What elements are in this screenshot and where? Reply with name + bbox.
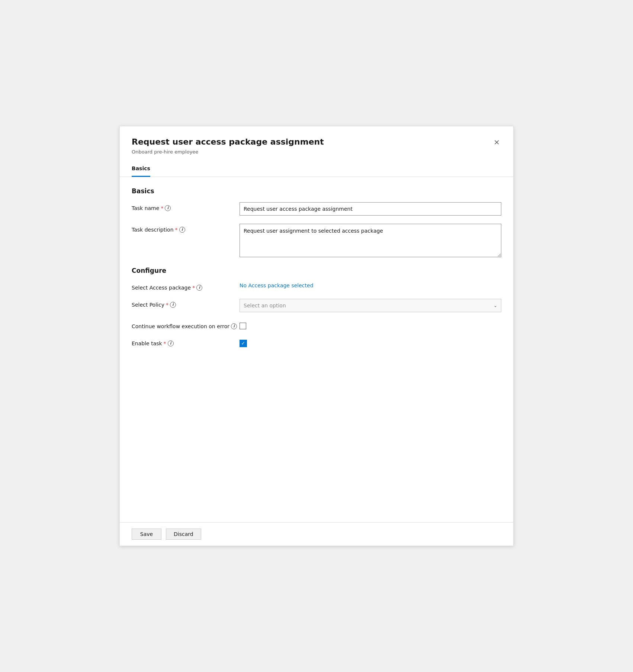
configure-section: Configure Select Access package * i No A…	[132, 267, 501, 347]
dialog-body: Basics Task name * i Task description * …	[120, 177, 513, 522]
select-access-package-row: Select Access package * i No Access pack…	[132, 282, 501, 291]
select-access-package-info-icon[interactable]: i	[196, 285, 202, 291]
continue-on-error-label-text: Continue workflow execution on error	[132, 323, 229, 329]
close-button[interactable]: ×	[492, 137, 501, 147]
no-access-package-link[interactable]: No Access package selected	[240, 282, 314, 288]
continue-on-error-info-icon[interactable]: i	[231, 323, 237, 329]
continue-on-error-checkbox-container	[240, 320, 501, 329]
enable-task-checkbox[interactable]	[240, 340, 247, 347]
chevron-down-icon: ⌄	[494, 303, 497, 308]
select-policy-required: *	[166, 302, 168, 308]
task-description-input[interactable]	[240, 224, 501, 257]
task-description-label: Task description * i	[132, 224, 240, 233]
task-description-control	[240, 224, 501, 259]
configure-section-title: Configure	[132, 267, 501, 274]
task-name-required: *	[161, 205, 163, 211]
save-button[interactable]: Save	[132, 529, 161, 540]
select-policy-dropdown[interactable]: Select an option ⌄	[240, 299, 501, 312]
dialog-subtitle: Onboard pre-hire employee	[132, 149, 324, 155]
task-description-row: Task description * i	[132, 224, 501, 259]
select-policy-label-text: Select Policy	[132, 302, 164, 308]
continue-on-error-row: Continue workflow execution on error i	[132, 320, 501, 329]
dialog-title-group: Request user access package assignment O…	[132, 137, 324, 155]
dialog-header: Request user access package assignment O…	[120, 126, 513, 161]
enable-task-label-text: Enable task	[132, 340, 162, 346]
enable-task-required: *	[164, 340, 166, 346]
task-description-info-icon[interactable]: i	[179, 227, 185, 233]
enable-task-control	[240, 337, 501, 347]
select-access-package-required: *	[192, 285, 195, 291]
continue-on-error-checkbox[interactable]	[240, 323, 246, 329]
select-policy-control: Select an option ⌄	[240, 299, 501, 312]
enable-task-checkbox-container	[240, 337, 501, 347]
select-policy-label: Select Policy * i	[132, 299, 240, 308]
enable-task-info-icon[interactable]: i	[168, 340, 174, 346]
discard-button[interactable]: Discard	[166, 529, 201, 540]
dialog-title: Request user access package assignment	[132, 137, 324, 148]
select-access-package-label: Select Access package * i	[132, 282, 240, 291]
select-policy-row: Select Policy * i Select an option ⌄	[132, 299, 501, 312]
task-name-control	[240, 202, 501, 216]
task-name-input[interactable]	[240, 202, 501, 216]
tab-basics[interactable]: Basics	[132, 161, 150, 177]
task-name-label: Task name * i	[132, 202, 240, 211]
continue-on-error-control	[240, 320, 501, 329]
tab-bar: Basics	[120, 161, 513, 177]
dialog-footer: Save Discard	[120, 522, 513, 546]
continue-on-error-label: Continue workflow execution on error i	[132, 320, 240, 329]
task-name-row: Task name * i	[132, 202, 501, 216]
task-name-info-icon[interactable]: i	[165, 205, 171, 211]
basics-section-title: Basics	[132, 187, 501, 195]
task-description-required: *	[175, 227, 178, 233]
select-policy-info-icon[interactable]: i	[170, 302, 176, 308]
enable-task-label: Enable task * i	[132, 337, 240, 346]
select-policy-placeholder: Select an option	[244, 303, 286, 308]
dialog: Request user access package assignment O…	[119, 126, 514, 546]
task-name-label-text: Task name	[132, 205, 159, 211]
enable-task-row: Enable task * i	[132, 337, 501, 347]
task-description-label-text: Task description	[132, 227, 174, 233]
select-access-package-label-text: Select Access package	[132, 285, 191, 291]
select-access-package-control: No Access package selected	[240, 282, 501, 289]
